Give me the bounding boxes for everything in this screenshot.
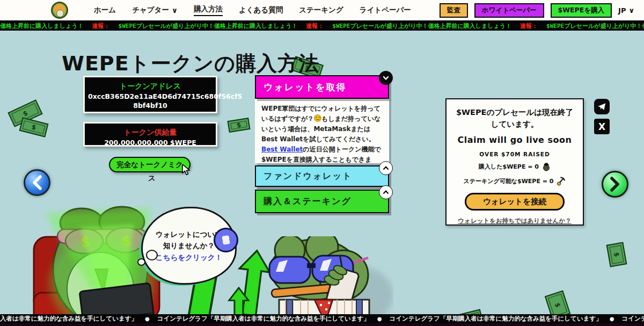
chevron-up-icon[interactable]	[379, 161, 393, 175]
money-bill: $	[606, 242, 627, 267]
bubble-tail-dot	[146, 250, 158, 260]
accordion-get-wallet[interactable]: ウォレットを取得	[255, 75, 389, 99]
presale-widget: $WEPEのプレセールは現在終了しています。 Claim will go liv…	[445, 98, 584, 226]
audit-button[interactable]: 監査	[440, 3, 468, 18]
chevron-down-icon: ∨	[628, 6, 634, 15]
money-bill: $	[228, 118, 251, 133]
token-address-value[interactable]: 0xccB365D2e11aE4D6d74715c680f56cf5 8bf4b…	[88, 92, 213, 111]
nav-litepaper[interactable]: ライトペーパー	[360, 5, 411, 15]
claim-soon-text: Claim will go live soon	[454, 135, 575, 145]
accordion-fund-wallet[interactable]: ファンドウォレット	[255, 165, 389, 187]
chevron-down-icon[interactable]	[379, 71, 393, 85]
accordion-get-wallet-body: WEPE軍団はすでにウォレットを持っているはずですが？もしまだ持っていないという…	[255, 99, 389, 163]
chevron-down-icon: ∨	[172, 6, 178, 15]
whitepaper-button[interactable]: ホワイトペーパー	[474, 3, 544, 18]
full-tokenomics-button-overflow: ス	[148, 173, 156, 183]
purchased-balance-row: 購入した$WEPE = 0	[454, 163, 575, 171]
news-ticker-top: 価格上昇前に購入しましょう！ 速報： $WEPEプレセールが盛り上がり中！価格上…	[0, 21, 644, 31]
page: ホーム チャプター ∨ 購入方法 よくある質問 ステーキング ライトペーパー 監…	[0, 0, 644, 326]
nav-home[interactable]: ホーム	[94, 5, 116, 15]
wepe-mascot-icon	[542, 163, 551, 171]
telegram-icon[interactable]	[594, 99, 610, 114]
connect-wallet-button[interactable]: ウォレットを接続	[465, 193, 565, 211]
accordion-buy-and-stake[interactable]: 購入＆ステーキング	[255, 190, 389, 213]
nav-chapters[interactable]: チャプター ∨	[132, 5, 178, 15]
buy-wepe-button[interactable]: $WEPEを購入	[551, 3, 612, 18]
nav-staking[interactable]: ステーキング	[299, 5, 343, 15]
best-wallet-logo-icon[interactable]	[214, 228, 238, 252]
full-tokenomics-button[interactable]: 完全なトークノミク	[109, 157, 191, 172]
carousel-next-button[interactable]	[602, 171, 628, 198]
stakeable-balance-row: ステーキング可能な$WEPE = 0	[454, 177, 575, 186]
presale-ended-title: $WEPEのプレセールは現在終了しています。	[454, 107, 575, 131]
nav-faq[interactable]: よくある質問	[239, 5, 283, 15]
token-supply-box: トークン供給量 200,000,000,000 $WEPE	[83, 122, 217, 147]
chevron-left-icon	[30, 175, 44, 191]
token-address-box: トークンアドレス 0xccB365D2e11aE4D6d74715c680f56…	[83, 76, 217, 113]
best-wallet-link[interactable]: Best Wallet	[261, 146, 303, 153]
wallet-help-link[interactable]: こちらをクリック！	[156, 253, 222, 263]
page-title: WEPEトークンの購入方法	[62, 50, 319, 77]
pepe-phone-illustration	[251, 236, 393, 323]
pickaxe-icon	[557, 177, 566, 186]
bullet-separator: ●	[610, 316, 614, 322]
news-ticker-bottom: 入者は非常に魅力的な含み益を手にしています」 ● コインテレグラフ「早期購入者は…	[0, 314, 644, 323]
chevron-right-icon	[608, 176, 622, 192]
amount-raised-text: OVER $70M RAISED	[454, 151, 575, 157]
header-actions: 監査 ホワイトペーパー $WEPEを購入 JP ∨	[440, 3, 634, 18]
token-address-title: トークンアドレス	[88, 82, 213, 91]
mouse-cursor-icon	[181, 164, 192, 176]
main-nav: ホーム チャプター ∨ 購入方法 よくある質問 ステーキング ライトペーパー	[94, 4, 411, 16]
top-navbar: ホーム チャプター ∨ 購入方法 よくある質問 ステーキング ライトペーパー 監…	[0, 0, 644, 21]
language-selector[interactable]: JP ∨	[618, 6, 634, 15]
chevron-up-icon[interactable]	[379, 185, 393, 199]
wepe-logo-icon[interactable]	[51, 2, 68, 19]
no-wallet-link[interactable]: ウォレットをお持ちではありませんか？	[458, 217, 571, 225]
token-supply-title: トークン供給量	[88, 128, 213, 137]
bullet-separator: ●	[377, 316, 382, 322]
carousel-prev-button[interactable]	[24, 169, 50, 196]
token-supply-value: 200,000,000,000 $WEPE	[88, 139, 213, 148]
x-twitter-icon[interactable]: X	[594, 119, 610, 134]
wink-emoji-icon	[314, 114, 321, 122]
bullet-separator: ●	[145, 316, 150, 322]
money-bill: $	[19, 117, 49, 137]
bottom-edge-strip	[0, 323, 644, 326]
nav-how-to-buy[interactable]: 購入方法	[194, 4, 223, 16]
bubble-tail-dot	[137, 258, 145, 266]
